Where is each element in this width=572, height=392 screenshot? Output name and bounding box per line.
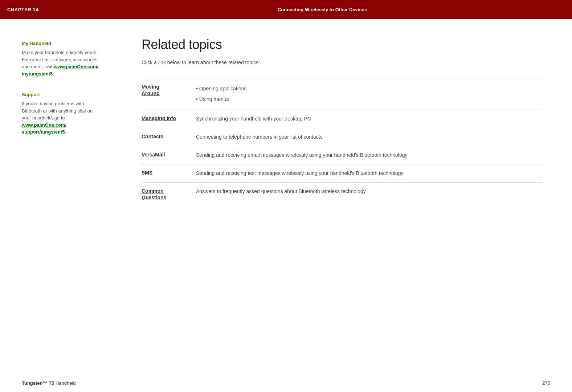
header-title: Connecting Wirelessly to Other Devices (80, 7, 565, 12)
header-chapter: CHAPTER 14 (7, 7, 80, 12)
sidebar-section-my-handheld: My Handheld Make your handheld uniquely … (22, 41, 102, 77)
topic-link-contacts[interactable]: Contacts (142, 134, 163, 139)
main-content: My Handheld Make your handheld uniquely … (0, 19, 572, 374)
sidebar-my-handheld-period: . (53, 71, 54, 77)
topic-desc-sms: Sending and receiving text messages wire… (192, 164, 543, 183)
sidebar-support-body: If you're having problems with Bluetooth… (22, 101, 93, 121)
topic-link-cell-contacts: Contacts (142, 128, 192, 146)
footer-brand: Tungsten™ T5 Handheld (22, 380, 76, 386)
sidebar: My Handheld Make your handheld uniquely … (0, 33, 113, 374)
sidebar-support-link[interactable]: www.palmOne.com/support/tungstent5 (22, 122, 66, 135)
topic-link-cell-moving-around: MovingAround (142, 78, 192, 110)
footer-page-number: 275 (542, 380, 550, 386)
topics-table: MovingAround Opening applications Using … (142, 78, 543, 206)
content-area: Related topics Click a link below to lea… (113, 33, 572, 374)
header-bar: CHAPTER 14 Connecting Wirelessly to Othe… (0, 0, 572, 19)
topic-desc-contacts: Connecting to telephone numbers in your … (192, 128, 543, 146)
topic-link-cell-versamail: VersaMail (142, 146, 192, 164)
topic-desc-managing-info: Synchronizing your handheld with your de… (192, 110, 543, 128)
topic-link-sms[interactable]: SMS (142, 170, 152, 176)
sidebar-support-title: Support (22, 92, 102, 97)
table-row: VersaMail Sending and receiving email me… (142, 146, 543, 164)
sidebar-my-handheld-title: My Handheld (22, 41, 102, 46)
topic-link-versamail[interactable]: VersaMail (142, 152, 165, 158)
topic-desc-common-questions: Answers to frequently asked questions ab… (192, 183, 543, 206)
topic-desc-versamail: Sending and receiving email messages wir… (192, 146, 543, 164)
table-row: Managing Info Synchronizing your handhel… (142, 110, 543, 128)
topic-link-common-questions[interactable]: CommonQuestions (142, 188, 166, 200)
sidebar-support-text: If you're having problems with Bluetooth… (22, 100, 102, 136)
topic-link-cell-managing-info: Managing Info (142, 110, 192, 128)
table-row: CommonQuestions Answers to frequently as… (142, 183, 543, 206)
page-title: Related topics (142, 37, 543, 52)
table-row: MovingAround Opening applications Using … (142, 78, 543, 110)
footer-brand-name: Tungsten™ T5 Handheld (22, 380, 76, 386)
topic-link-cell-common-questions: CommonQuestions (142, 183, 192, 206)
sidebar-support-period: . (65, 129, 66, 135)
table-row: Contacts Connecting to telephone numbers… (142, 128, 543, 146)
table-row: SMS Sending and receiving text messages … (142, 164, 543, 183)
intro-text: Click a link below to learn about these … (142, 60, 543, 65)
list-item: Using menus (196, 94, 543, 105)
list-item: Opening applications (196, 83, 543, 94)
topic-link-cell-sms: SMS (142, 164, 192, 183)
topic-link-managing-info[interactable]: Managing Info (142, 115, 176, 121)
sidebar-my-handheld-text: Make your handheld uniquely yours. For g… (22, 49, 102, 77)
footer: Tungsten™ T5 Handheld 275 (0, 374, 572, 392)
topic-link-moving-around[interactable]: MovingAround (142, 84, 160, 96)
bullet-list-moving-around: Opening applications Using menus (196, 83, 543, 105)
sidebar-section-support: Support If you're having problems with B… (22, 92, 102, 136)
topic-desc-moving-around: Opening applications Using menus (192, 78, 543, 110)
